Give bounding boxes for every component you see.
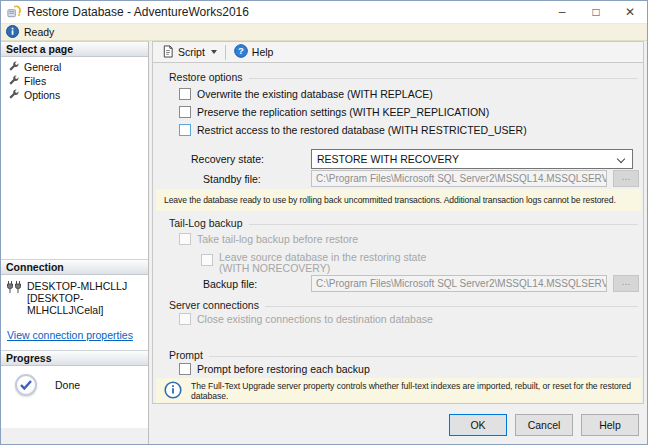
minimize-button[interactable]: – xyxy=(545,1,579,23)
help-button[interactable]: ? Help xyxy=(229,42,279,62)
script-icon xyxy=(162,45,174,60)
take-tail-log-checkbox xyxy=(179,233,191,245)
ok-button[interactable]: OK xyxy=(449,414,507,436)
toolbar: Script ? Help xyxy=(152,41,644,63)
close-connections-checkbox-label: Close existing connections to destinatio… xyxy=(197,313,433,325)
recovery-note: Leave the database ready to use by rolli… xyxy=(156,189,641,211)
status-bar: Ready xyxy=(1,23,647,41)
select-a-page-header: Select a page xyxy=(1,41,148,57)
connection-header: Connection xyxy=(1,259,148,275)
script-button-label: Script xyxy=(178,46,205,58)
backup-file-input: C:\Program Files\Microsoft SQL Server2\M… xyxy=(311,275,607,292)
page-list: General Files Options xyxy=(1,57,148,259)
progress-panel: Done xyxy=(1,366,148,428)
overwrite-checkbox-label: Overwrite the existing database (WITH RE… xyxy=(197,88,433,100)
help-footer-button[interactable]: Help xyxy=(581,414,639,436)
group-label: Prompt xyxy=(169,349,203,361)
wrench-icon xyxy=(8,61,19,74)
backup-file-browse-button: ... xyxy=(613,275,639,292)
group-restore-options: Restore options xyxy=(169,71,638,83)
help-button-label: Help xyxy=(252,46,274,58)
prompt-checkbox-label: Prompt before restoring each backup xyxy=(197,363,370,375)
restrict-access-checkbox-label: Restrict access to the restored database… xyxy=(197,124,527,136)
toolbar-separator xyxy=(225,45,226,60)
sidebar-filler xyxy=(1,428,148,444)
window-controls: – □ ✕ xyxy=(545,1,647,23)
sidebar-item-label: Files xyxy=(24,75,46,87)
recovery-state-value: RESTORE WITH RECOVERY xyxy=(317,153,459,165)
leave-source-db-label-line2: (WITH NORECOVERY) xyxy=(219,263,426,274)
fulltext-info-box: The Full-Text Upgrade server property co… xyxy=(156,378,641,404)
info-circle-icon xyxy=(164,381,182,401)
help-icon: ? xyxy=(234,44,248,60)
sidebar-item-label: Options xyxy=(24,89,60,101)
group-label: Restore options xyxy=(169,71,243,83)
overwrite-checkbox[interactable] xyxy=(179,88,191,100)
connection-info: DESKTOP-MLHCLLJ [DESKTOP-MLHCLLJ\Celal] xyxy=(27,280,148,316)
standby-file-input: C:\Program Files\Microsoft SQL Server2\M… xyxy=(311,170,607,187)
group-server-connections: Server connections xyxy=(169,299,638,311)
chevron-down-icon xyxy=(211,50,217,54)
sidebar: Select a page General Files Options Conn… xyxy=(1,41,149,444)
sidebar-item-general[interactable]: General xyxy=(1,60,148,74)
prompt-checkbox[interactable] xyxy=(179,363,191,375)
svg-text:?: ? xyxy=(238,45,244,56)
sidebar-item-label: General xyxy=(24,61,61,73)
close-connections-checkbox xyxy=(179,313,191,325)
overwrite-checkbox-row: Overwrite the existing database (WITH RE… xyxy=(179,88,433,100)
leave-source-db-checkbox xyxy=(201,254,213,266)
standby-file-browse-button: ... xyxy=(613,170,639,187)
wrench-icon xyxy=(8,89,19,102)
group-prompt: Prompt xyxy=(169,349,638,361)
done-check-icon xyxy=(15,374,37,396)
progress-status: Done xyxy=(55,379,80,391)
restore-database-dialog: Restore Database - AdventureWorks2016 – … xyxy=(0,0,648,445)
chevron-down-icon xyxy=(617,155,625,163)
backup-file-label: Backup file: xyxy=(203,278,257,290)
script-button[interactable]: Script xyxy=(157,43,222,62)
title-bar: Restore Database - AdventureWorks2016 – … xyxy=(1,1,647,23)
restore-database-icon xyxy=(7,4,21,20)
close-connections-checkbox-row: Close existing connections to destinatio… xyxy=(179,313,433,325)
recovery-state-label: Recovery state: xyxy=(191,153,264,165)
take-tail-log-checkbox-label: Take tail-log backup before restore xyxy=(197,233,358,245)
leave-source-db-checkbox-label: Leave source database in the restoring s… xyxy=(219,252,426,274)
preserve-replication-checkbox-label: Preserve the replication settings (WITH … xyxy=(197,106,489,118)
wrench-icon xyxy=(8,75,19,88)
group-label: Server connections xyxy=(169,299,259,311)
prompt-checkbox-row: Prompt before restoring each backup xyxy=(179,363,370,375)
progress-header: Progress xyxy=(1,350,148,366)
server-connection-icon xyxy=(6,281,23,297)
status-text: Ready xyxy=(24,26,54,38)
connection-user: [DESKTOP-MLHCLLJ\Celal] xyxy=(27,292,148,316)
group-label: Tail-Log backup xyxy=(169,217,243,229)
leave-source-db-checkbox-row: Leave source database in the restoring s… xyxy=(201,252,426,274)
restrict-access-checkbox[interactable] xyxy=(179,124,191,136)
cancel-button[interactable]: Cancel xyxy=(515,414,573,436)
info-icon xyxy=(6,25,19,40)
view-connection-properties-link[interactable]: View connection properties xyxy=(7,329,133,341)
dialog-footer: OK Cancel Help xyxy=(152,404,644,444)
preserve-replication-checkbox[interactable] xyxy=(179,106,191,118)
recovery-state-dropdown[interactable]: RESTORE WITH RECOVERY xyxy=(311,149,633,169)
take-tail-log-checkbox-row: Take tail-log backup before restore xyxy=(179,233,358,245)
server-name: DESKTOP-MLHCLLJ xyxy=(27,280,148,292)
close-button[interactable]: ✕ xyxy=(613,1,647,23)
options-page-content: Restore options Overwrite the existing d… xyxy=(152,63,644,404)
maximize-button[interactable]: □ xyxy=(579,1,613,23)
connection-panel: DESKTOP-MLHCLLJ [DESKTOP-MLHCLLJ\Celal] … xyxy=(1,275,148,350)
sidebar-item-files[interactable]: Files xyxy=(1,74,148,88)
restrict-access-checkbox-row: Restrict access to the restored database… xyxy=(179,124,527,136)
fulltext-info-text: The Full-Text Upgrade server property co… xyxy=(191,381,633,401)
preserve-replication-checkbox-row: Preserve the replication settings (WITH … xyxy=(179,106,489,118)
sidebar-item-options[interactable]: Options xyxy=(1,88,148,102)
window-title: Restore Database - AdventureWorks2016 xyxy=(27,5,249,19)
group-tail-log-backup: Tail-Log backup xyxy=(169,217,638,229)
standby-file-label: Standby file: xyxy=(203,173,261,185)
